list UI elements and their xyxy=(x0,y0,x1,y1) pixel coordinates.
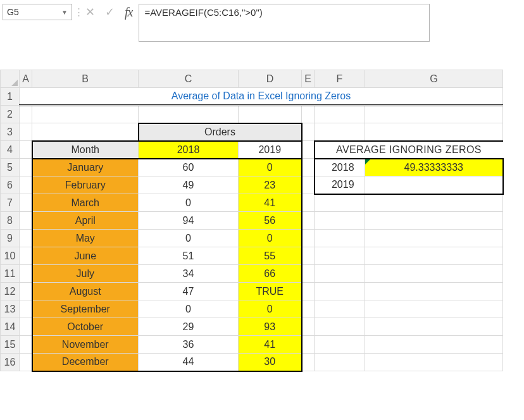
cell[interactable] xyxy=(20,123,32,141)
data-cell[interactable]: 49 xyxy=(139,176,239,194)
cell[interactable] xyxy=(315,336,365,354)
cell[interactable] xyxy=(315,265,365,283)
avg-value-2019[interactable] xyxy=(365,176,503,194)
data-cell[interactable]: 44 xyxy=(139,354,239,371)
month-cell[interactable]: December xyxy=(32,354,139,371)
month-cell[interactable]: August xyxy=(32,283,139,300)
cell[interactable] xyxy=(302,141,315,159)
fx-icon[interactable]: fx xyxy=(125,5,132,20)
spreadsheet-grid[interactable]: A B C D E F G 1 Average of Data in Excel… xyxy=(0,70,504,372)
data-cell[interactable]: 41 xyxy=(239,194,302,212)
cancel-icon[interactable]: ✕ xyxy=(85,5,95,19)
row-header[interactable]: 12 xyxy=(1,283,20,300)
data-cell[interactable]: 0 xyxy=(139,194,239,212)
cell[interactable] xyxy=(20,194,32,212)
cell[interactable] xyxy=(315,247,365,265)
cell[interactable] xyxy=(20,230,32,247)
cell[interactable] xyxy=(365,247,503,265)
cell[interactable] xyxy=(302,336,315,354)
row-header[interactable]: 2 xyxy=(1,106,20,123)
cell[interactable] xyxy=(20,141,32,159)
cell[interactable] xyxy=(20,106,32,123)
data-cell[interactable]: 36 xyxy=(139,336,239,354)
row-header[interactable]: 6 xyxy=(1,176,20,194)
cell[interactable] xyxy=(20,336,32,354)
cell[interactable] xyxy=(365,283,503,300)
data-cell[interactable]: 66 xyxy=(239,265,302,283)
row-header[interactable]: 13 xyxy=(1,300,20,318)
row-header[interactable]: 7 xyxy=(1,194,20,212)
cell[interactable] xyxy=(20,300,32,318)
cell[interactable] xyxy=(32,123,139,141)
month-cell[interactable]: April xyxy=(32,212,139,230)
data-cell[interactable]: 94 xyxy=(139,212,239,230)
avg-value-2018[interactable]: 49.33333333 xyxy=(365,159,503,176)
cell[interactable] xyxy=(365,194,503,212)
avg-label-2018[interactable]: 2018 xyxy=(315,159,365,176)
sheet-title[interactable]: Average of Data in Excel Ignoring Zeros xyxy=(20,88,503,106)
orders-header[interactable]: Orders xyxy=(139,123,302,141)
cell[interactable] xyxy=(302,265,315,283)
month-cell[interactable]: November xyxy=(32,336,139,354)
row-header[interactable]: 16 xyxy=(1,354,20,371)
col-header-A[interactable]: A xyxy=(20,70,32,88)
chevron-down-icon[interactable]: ▼ xyxy=(61,9,68,16)
data-cell[interactable]: 0 xyxy=(239,230,302,247)
col-header-E[interactable]: E xyxy=(302,70,315,88)
year-2018-header[interactable]: 2018 xyxy=(139,141,239,159)
row-header[interactable]: 9 xyxy=(1,230,20,247)
col-header-F[interactable]: F xyxy=(315,70,365,88)
cell[interactable] xyxy=(365,300,503,318)
col-header-D[interactable]: D xyxy=(239,70,302,88)
cell[interactable] xyxy=(302,123,315,141)
cell[interactable] xyxy=(365,336,503,354)
cell[interactable] xyxy=(20,283,32,300)
cell[interactable] xyxy=(315,300,365,318)
cell[interactable] xyxy=(315,106,365,123)
data-cell[interactable]: 60 xyxy=(139,159,239,176)
month-cell[interactable]: January xyxy=(32,159,139,176)
data-cell[interactable]: 51 xyxy=(139,247,239,265)
cell[interactable] xyxy=(365,354,503,371)
data-cell[interactable]: 0 xyxy=(239,300,302,318)
cell[interactable] xyxy=(315,123,365,141)
avg-label-2019[interactable]: 2019 xyxy=(315,176,365,194)
cell[interactable] xyxy=(32,106,139,123)
row-header[interactable]: 14 xyxy=(1,318,20,336)
row-header[interactable]: 5 xyxy=(1,159,20,176)
cell[interactable] xyxy=(365,106,503,123)
cell[interactable] xyxy=(365,318,503,336)
cell[interactable] xyxy=(365,265,503,283)
cell[interactable] xyxy=(302,354,315,371)
cell[interactable] xyxy=(20,318,32,336)
cell[interactable] xyxy=(239,106,302,123)
cell[interactable] xyxy=(302,106,315,123)
cell[interactable] xyxy=(315,318,365,336)
data-cell[interactable]: 34 xyxy=(139,265,239,283)
cell[interactable] xyxy=(315,283,365,300)
data-cell[interactable]: 0 xyxy=(139,300,239,318)
row-header[interactable]: 11 xyxy=(1,265,20,283)
data-cell[interactable]: 29 xyxy=(139,318,239,336)
row-header[interactable]: 1 xyxy=(1,88,20,106)
month-cell[interactable]: February xyxy=(32,176,139,194)
data-cell[interactable]: TRUE xyxy=(239,283,302,300)
data-cell[interactable]: 30 xyxy=(239,354,302,371)
month-header[interactable]: Month xyxy=(32,141,139,159)
formula-input[interactable]: =AVERAGEIF(C5:C16,">0") xyxy=(139,4,430,42)
enter-icon[interactable]: ✓ xyxy=(105,5,115,19)
cell[interactable] xyxy=(20,265,32,283)
cell[interactable] xyxy=(365,230,503,247)
data-cell[interactable]: 23 xyxy=(239,176,302,194)
cell[interactable] xyxy=(20,159,32,176)
cell[interactable] xyxy=(315,212,365,230)
cell[interactable] xyxy=(365,212,503,230)
col-header-G[interactable]: G xyxy=(365,70,503,88)
data-cell[interactable]: 93 xyxy=(239,318,302,336)
row-header[interactable]: 8 xyxy=(1,212,20,230)
select-all-corner[interactable] xyxy=(1,70,20,88)
cell[interactable] xyxy=(139,106,239,123)
cell[interactable] xyxy=(315,230,365,247)
month-cell[interactable]: October xyxy=(32,318,139,336)
cell[interactable] xyxy=(302,247,315,265)
